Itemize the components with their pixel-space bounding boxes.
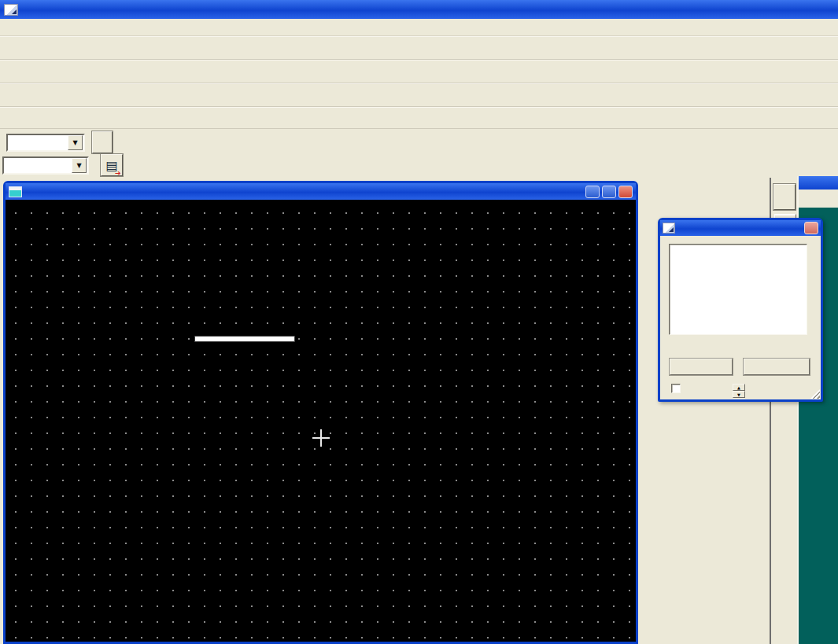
change-attr-button xyxy=(670,359,733,375)
toolbar-draw xyxy=(0,83,838,107)
change-order-spinner: ▲ ▼ xyxy=(733,384,745,399)
parts-palette-title-bar[interactable] xyxy=(799,176,838,190)
drawing-board-app: ▼ ▼ ▤ xyxy=(0,0,838,644)
title-bar xyxy=(0,0,838,19)
delete-button xyxy=(744,359,810,375)
memory-select-dropdown-button[interactable]: ▼ xyxy=(72,158,87,173)
screen-data-close-button[interactable] xyxy=(804,222,818,234)
screen-data-icon xyxy=(663,223,675,234)
screen-size-select[interactable]: ▼ xyxy=(6,134,85,152)
drawing-window-title-bar[interactable] xyxy=(6,183,636,200)
minimize-button[interactable] xyxy=(585,186,600,198)
toolbar-display xyxy=(0,107,838,129)
screen-list-icon: ▤ xyxy=(105,158,117,173)
chevron-down-icon: ▼ xyxy=(76,162,81,169)
toolbar-edit xyxy=(0,60,838,83)
checkbox-icon[interactable] xyxy=(671,384,681,393)
off-state-button[interactable] xyxy=(92,131,113,153)
screen-data-list[interactable] xyxy=(669,244,807,335)
screen-list-button[interactable]: ▤ xyxy=(101,154,123,176)
chevron-up-icon: ▲ xyxy=(737,385,740,390)
chevron-down-icon: ▼ xyxy=(737,392,740,397)
drawing-window-icon xyxy=(9,186,22,197)
drawing-canvas[interactable] xyxy=(6,200,636,642)
drawing-window xyxy=(3,181,638,644)
resize-grip[interactable] xyxy=(810,389,820,399)
screen-size-dropdown-button[interactable]: ▼ xyxy=(68,135,83,150)
spin-up-button[interactable]: ▲ xyxy=(733,384,745,391)
app-icon xyxy=(4,4,18,16)
chevron-down-icon: ▼ xyxy=(72,139,77,146)
toolbar-standard xyxy=(0,36,838,60)
screen-data-title-bar[interactable] xyxy=(660,220,821,236)
maximize-button[interactable] xyxy=(602,186,616,198)
memory-select[interactable]: ▼ xyxy=(2,156,89,175)
menu-bar xyxy=(0,19,838,36)
screen-data-dialog: ▲ ▼ xyxy=(658,218,823,402)
palette-off-button[interactable] xyxy=(773,184,796,210)
parts-file-tab[interactable] xyxy=(799,190,838,208)
context-menu xyxy=(194,336,295,342)
spin-down-button[interactable]: ▼ xyxy=(733,391,745,398)
close-button[interactable] xyxy=(618,186,633,198)
crosshair-cursor xyxy=(312,429,330,447)
screen-data-filter-checkboxes xyxy=(660,340,821,352)
link-select-checkbox[interactable] xyxy=(671,384,685,393)
